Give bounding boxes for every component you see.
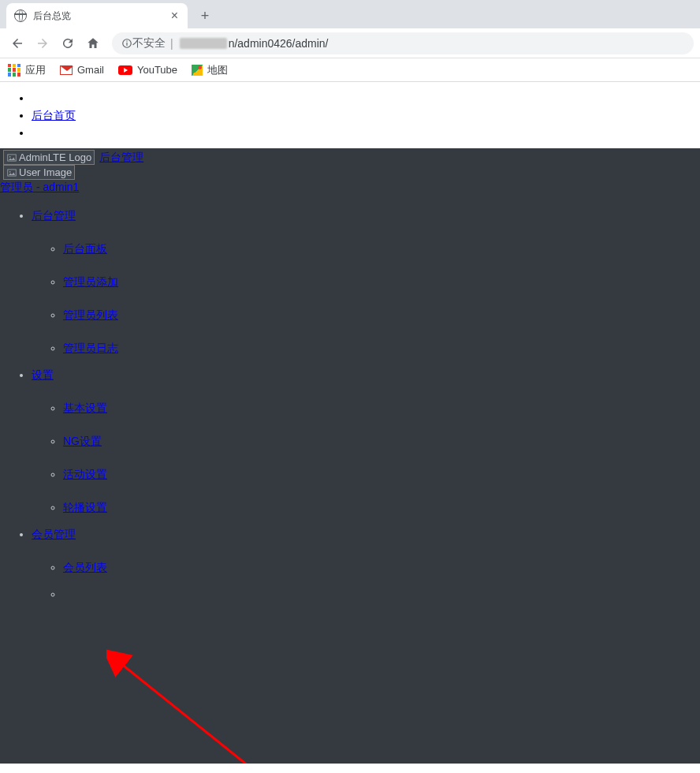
svg-line-7 [121,663,280,764]
browser-chrome: 后台总览 × + 不安全 | n/admin0426/admin/ [0,0,700,82]
bookmark-apps-label: 应用 [25,63,46,77]
maps-icon [192,65,203,76]
browser-toolbar: 不安全 | n/admin0426/admin/ [0,28,700,58]
apps-icon [8,64,20,77]
user-image-placeholder: User Image [3,165,75,180]
annotation-arrow [106,649,288,764]
svg-rect-2 [126,40,127,41]
list-item-empty [32,126,700,140]
nav-category-members: 会员管理 会员列表 [32,528,700,600]
nav-admin-add[interactable]: 管理员添加 [63,275,700,289]
user-row: User Image [0,165,700,181]
nav-item: 管理员列表 [63,308,700,323]
bookmarks-bar: 应用 Gmail YouTube 地图 [0,58,700,82]
bookmark-youtube-label: YouTube [137,64,177,76]
nav-carousel-settings[interactable]: 轮播设置 [63,501,700,515]
nav-item: 后台面板 [63,242,700,256]
brand-link[interactable]: 后台管理 [99,151,143,165]
nav-item: NG设置 [63,435,700,449]
nav-admin-list[interactable]: 管理员列表 [63,308,700,323]
address-path: n/admin0426/admin/ [229,37,329,50]
nav-item: 基本设置 [63,401,700,416]
list-item-empty [32,91,700,106]
nav-basic-settings[interactable]: 基本设置 [63,401,700,416]
brand-row: AdminLTE Logo 后台管理 [0,150,700,165]
list-item: 后台首页 [32,109,700,123]
nav-category-admin: 后台管理 后台面板 管理员添加 管理员列表 管理员日志 [32,209,700,356]
user-profile-link[interactable]: 管理员 - admin1 [0,181,700,196]
close-icon[interactable]: × [169,9,180,22]
svg-rect-1 [126,42,127,45]
nav-admin-log[interactable]: 管理员日志 [63,342,700,356]
forward-button[interactable] [32,32,54,54]
address-separator: | [170,37,173,50]
tab-bar: 后台总览 × + [0,0,700,28]
nav-admin-panel[interactable]: 后台面板 [63,242,700,256]
page-header-white: 后台首页 [0,82,700,148]
nav-item: 会员列表 [63,561,700,575]
globe-icon [14,9,27,22]
info-icon [121,38,132,49]
security-label: 不安全 [132,36,166,50]
nav-item: 活动设置 [63,468,700,482]
bookmark-youtube[interactable]: YouTube [118,64,177,76]
nav-item: 管理员日志 [63,342,700,356]
gmail-icon [60,65,73,75]
nav-category-admin-link[interactable]: 后台管理 [32,209,76,222]
home-button[interactable] [82,32,104,54]
back-button[interactable] [6,32,28,54]
bookmark-apps[interactable]: 应用 [8,63,46,77]
youtube-icon [118,65,132,75]
sidebar-nav: 后台管理 后台面板 管理员添加 管理员列表 管理员日志 设置 基本设置 NG设置… [0,196,700,600]
browser-tab[interactable]: 后台总览 × [6,3,188,28]
address-host-blur [180,38,227,49]
bookmark-maps[interactable]: 地图 [192,63,228,77]
nav-item: 轮播设置 [63,501,700,515]
new-tab-button[interactable]: + [194,5,216,27]
bookmark-gmail[interactable]: Gmail [60,64,104,76]
svg-point-4 [9,155,11,157]
tab-title: 后台总览 [33,9,169,23]
user-image-alt: User Image [19,166,72,178]
svg-point-6 [9,170,11,172]
nav-category-settings-link[interactable]: 设置 [32,368,54,381]
nav-item [63,588,700,600]
bookmark-gmail-label: Gmail [77,64,104,76]
bookmark-maps-label: 地图 [207,63,228,77]
logo-alt-text: AdminLTE Logo [19,151,91,163]
nav-category-settings: 设置 基本设置 NG设置 活动设置 轮播设置 [32,368,700,515]
address-bar[interactable]: 不安全 | n/admin0426/admin/ [112,32,694,54]
nav-home-link[interactable]: 后台首页 [32,109,76,121]
reload-button[interactable] [57,32,79,54]
nav-member-list[interactable]: 会员列表 [63,561,700,575]
nav-activity-settings[interactable]: 活动设置 [63,468,700,482]
logo-placeholder: AdminLTE Logo [3,150,95,165]
nav-category-members-link[interactable]: 会员管理 [32,528,76,540]
nav-item: 管理员添加 [63,275,700,289]
sidebar-dark: AdminLTE Logo 后台管理 User Image 管理员 - admi… [0,148,700,764]
nav-ng-settings[interactable]: NG设置 [63,435,700,449]
